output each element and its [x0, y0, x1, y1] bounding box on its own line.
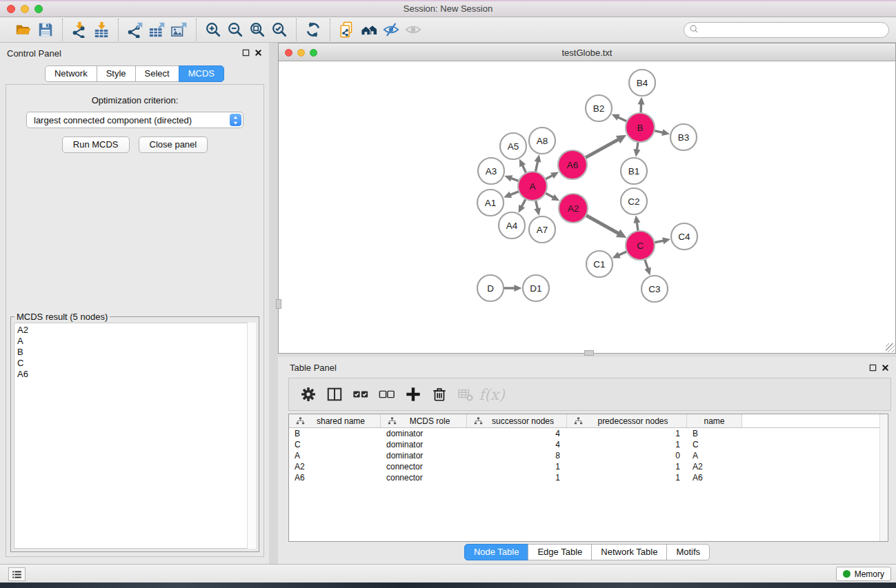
refresh-icon[interactable]: [302, 20, 324, 39]
table-row[interactable]: Bdominator41B: [289, 428, 888, 439]
table-row[interactable]: Adominator80A: [289, 450, 888, 461]
table-cell[interactable]: 1: [567, 429, 687, 438]
import-table-icon[interactable]: [90, 20, 112, 39]
save-icon[interactable]: [34, 20, 57, 39]
tab-network[interactable]: Network: [45, 65, 97, 82]
window-edge-handle[interactable]: [276, 299, 281, 309]
table-cell[interactable]: dominator: [381, 429, 467, 438]
home-icon[interactable]: [358, 20, 380, 39]
search-input[interactable]: [699, 26, 888, 35]
column-header-successor-nodes[interactable]: successor nodes: [467, 414, 567, 427]
resize-grip[interactable]: [886, 343, 895, 352]
tab-node-table[interactable]: Node Table: [464, 544, 529, 560]
result-scrollbar[interactable]: [247, 323, 256, 549]
table-cell[interactable]: B: [289, 429, 381, 438]
export-network-icon[interactable]: [124, 20, 146, 39]
table-row[interactable]: A6connector11A6: [289, 472, 888, 483]
mcds-result-item[interactable]: A2: [17, 325, 255, 336]
toolbar-group: [62, 19, 118, 41]
node-table[interactable]: shared nameMCDS rolesuccessor nodesprede…: [288, 414, 888, 542]
clone-network-icon[interactable]: [336, 20, 358, 39]
table-cell[interactable]: connector: [381, 462, 467, 472]
float-panel-icon[interactable]: [241, 48, 250, 57]
column-layout-icon[interactable]: [321, 383, 348, 406]
float-panel-icon[interactable]: [868, 363, 877, 372]
desktop-background: [0, 582, 896, 588]
mcds-result-item[interactable]: B: [17, 347, 255, 358]
delete-column-icon[interactable]: [426, 383, 452, 406]
open-folder-icon[interactable]: [12, 20, 34, 39]
window-edge-handle[interactable]: [584, 350, 594, 356]
column-header-shared-name[interactable]: shared name: [289, 414, 381, 427]
column-header-MCDS-role[interactable]: MCDS role: [381, 414, 467, 427]
select-all-icon[interactable]: [348, 383, 374, 406]
network-canvas[interactable]: B4B2BB3A5A8A6A3B1AA1C2A2A4A7CC4C1C3DD1: [279, 61, 895, 353]
table-row[interactable]: A2connector11A2: [289, 461, 888, 472]
window-title: Session: New Session: [0, 3, 896, 14]
hide-panel-icon[interactable]: [380, 20, 402, 39]
table-cell[interactable]: A: [687, 451, 742, 460]
graph-node-label: A7: [537, 225, 548, 235]
mcds-result-list[interactable]: A2ABCA6: [14, 323, 256, 549]
table-cell[interactable]: C: [289, 440, 381, 449]
table-cell[interactable]: 1: [567, 462, 687, 472]
table-row[interactable]: Cdominator41C: [289, 439, 888, 450]
tab-style[interactable]: Style: [97, 65, 136, 82]
table-cell[interactable]: A2: [289, 462, 381, 472]
deselect-all-icon[interactable]: [374, 383, 400, 406]
zoom-in-icon[interactable]: [202, 20, 224, 39]
table-cell[interactable]: A6: [289, 473, 381, 483]
table-header-row: shared nameMCDS rolesuccessor nodesprede…: [289, 414, 888, 428]
mcds-result-item[interactable]: A: [17, 336, 255, 347]
settings-gear-icon[interactable]: [295, 383, 321, 406]
tab-edge-table[interactable]: Edge Table: [528, 544, 592, 560]
table-cell[interactable]: A6: [687, 473, 742, 483]
graph-edge-A2-C[interactable]: [585, 214, 619, 234]
table-cell[interactable]: 1: [467, 462, 567, 472]
table-cell[interactable]: A2: [687, 462, 742, 472]
mcds-result-item[interactable]: A6: [17, 369, 255, 380]
table-scrollbar[interactable]: [879, 414, 888, 541]
memory-button[interactable]: Memory: [836, 567, 891, 581]
zoom-fit-icon[interactable]: [246, 20, 268, 39]
table-cell[interactable]: 1: [567, 440, 687, 449]
add-column-icon[interactable]: [400, 383, 426, 406]
close-panel-button[interactable]: Close panel: [139, 136, 208, 153]
table-cell[interactable]: 8: [467, 451, 567, 460]
table-cell[interactable]: C: [687, 440, 742, 449]
table-cell[interactable]: 4: [467, 440, 567, 449]
table-cell[interactable]: 4: [467, 429, 567, 438]
graph-edge-A6-B[interactable]: [584, 139, 619, 159]
run-mcds-button[interactable]: Run MCDS: [62, 136, 130, 153]
fx-icon: f(x): [479, 383, 505, 406]
export-table-icon[interactable]: [146, 20, 168, 39]
table-cell[interactable]: 0: [567, 451, 687, 460]
table-cell[interactable]: connector: [381, 473, 467, 483]
zoom-selected-icon[interactable]: [268, 20, 290, 39]
table-cell[interactable]: 1: [467, 473, 567, 483]
table-cell[interactable]: A: [289, 451, 381, 460]
close-panel-icon[interactable]: [880, 363, 890, 372]
tab-network-table[interactable]: Network Table: [591, 544, 667, 560]
edge-arrowhead: [535, 154, 541, 163]
table-cell[interactable]: B: [687, 429, 742, 438]
column-header-name[interactable]: name: [687, 414, 742, 427]
network-graph[interactable]: B4B2BB3A5A8A6A3B1AA1C2A2A4A7CC4C1C3DD1: [279, 61, 895, 353]
tab-motifs[interactable]: Motifs: [666, 544, 710, 560]
export-image-icon[interactable]: [168, 20, 190, 39]
import-network-icon[interactable]: [68, 20, 90, 39]
graph-node-label: A6: [567, 160, 579, 170]
optimization-criterion-select[interactable]: largest connected component (directed): [26, 112, 243, 128]
tab-select[interactable]: Select: [135, 65, 179, 82]
mcds-panel: Optimization criterion: largest connecte…: [6, 84, 264, 557]
column-header-predecessor-nodes[interactable]: predecessor nodes: [567, 414, 687, 427]
task-history-button[interactable]: [8, 567, 26, 581]
table-cell[interactable]: dominator: [381, 440, 467, 449]
zoom-out-icon[interactable]: [224, 20, 246, 39]
mcds-result-item[interactable]: C: [17, 358, 255, 369]
table-cell[interactable]: 1: [567, 473, 687, 483]
tab-mcds[interactable]: MCDS: [179, 65, 224, 82]
search-box[interactable]: [684, 22, 889, 38]
table-cell[interactable]: dominator: [381, 451, 467, 460]
close-panel-icon[interactable]: [253, 48, 263, 57]
